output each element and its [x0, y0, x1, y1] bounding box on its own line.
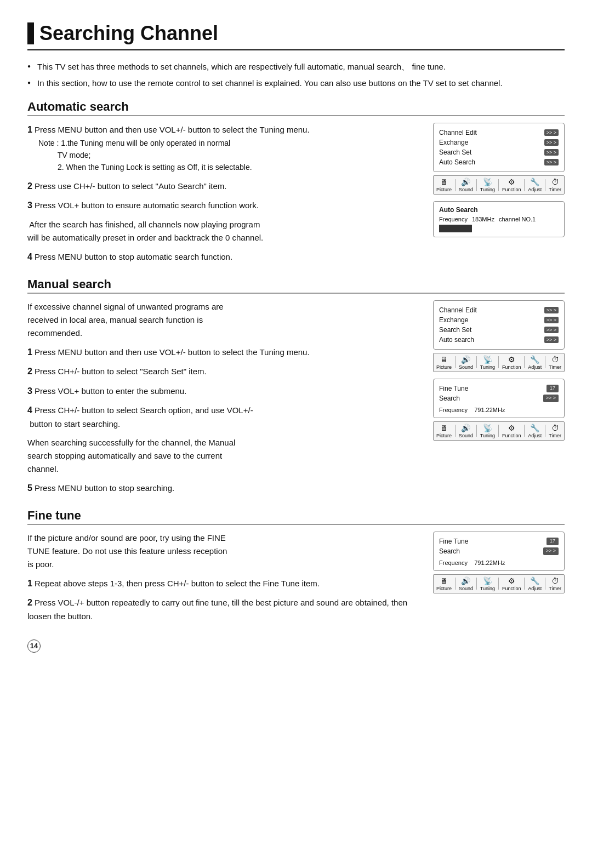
tab-adjust: 🔧 Adjust: [528, 178, 542, 192]
fine-tune-step-2: 2 Press VOL-/+ button repeatedly to carr…: [27, 596, 422, 623]
as-freq-label: Frequency: [439, 216, 468, 222]
manual-search-content: If excessive channel signal of unwanted …: [27, 300, 565, 501]
fine-tune-ui: Fine Tune 17 Search >> > Frequency 791.2…: [433, 532, 565, 629]
menu-label-channel-edit: Channel Edit: [439, 129, 477, 136]
manual-step-num-5: 5: [27, 483, 32, 493]
manual-menu-label-channel-edit: Channel Edit: [439, 306, 477, 314]
manual-menu-label-search-set: Search Set: [439, 326, 471, 334]
ft2-freq-row: Frequency 791.22MHz: [439, 559, 559, 566]
step-num-2: 2: [27, 181, 32, 191]
ft1-divider-1: [455, 425, 456, 437]
m-tab-adjust: 🔧 Adjust: [528, 355, 542, 370]
m-tab-adjust-label: Adjust: [528, 364, 542, 370]
manual-step-3: 3 Press VOL+ button to enter the submenu…: [27, 384, 422, 398]
menu-btn-channel-edit: >> >: [544, 129, 559, 136]
m-tab-tuning: 📡 Tuning: [480, 355, 495, 370]
as-title: Auto Search: [439, 206, 559, 214]
ft1-tab-sound: 🔊 Sound: [459, 424, 473, 438]
ft1-tab-picture: 🖥 Picture: [436, 424, 452, 438]
fine-tune-intro: If the picture and/or sound are poor, tr…: [27, 532, 422, 571]
ft2-tab-adjust-label: Adjust: [528, 586, 542, 591]
ft1-function-icon: ⚙: [508, 424, 515, 432]
ft-btn-search: >> >: [543, 395, 559, 402]
m-divider-2: [476, 356, 477, 368]
manual-menu-row-exchange: Exchange >> >: [439, 315, 559, 325]
ft2-tab-timer-label: Timer: [549, 586, 561, 591]
tab-sound: 🔊 Sound: [459, 178, 473, 192]
menu-btn-auto-search: >> >: [544, 159, 559, 165]
manual-menu-btn-channel-edit: >> >: [544, 307, 559, 313]
m-tab-function: ⚙ Function: [502, 355, 521, 370]
ft2-tab-picture: 🖥 Picture: [436, 576, 452, 591]
m-divider-1: [455, 356, 456, 368]
m-tab-sound: 🔊 Sound: [459, 355, 473, 370]
automatic-search-content: 1 Press MENU button and then use VOL+/- …: [27, 123, 565, 270]
tab-sound-label: Sound: [459, 187, 473, 192]
ft2-sound-icon: 🔊: [461, 576, 470, 585]
title-text: Searching Channel: [39, 22, 218, 45]
ft2-tab-tuning-label: Tuning: [480, 586, 495, 591]
step-num-4: 4: [27, 252, 32, 261]
as-freq-value: 183MHz: [472, 216, 494, 222]
page-number-area: 14: [27, 639, 565, 653]
ft2-row-fine-tune: Fine Tune 17: [439, 536, 559, 546]
manual-search-ui: Channel Edit >> > Exchange >> > Search S…: [433, 300, 565, 501]
tab-timer: ⏱ Timer: [549, 178, 561, 192]
m-adjust-icon: 🔧: [530, 355, 539, 364]
manual-menu-row-channel-edit: Channel Edit >> >: [439, 305, 559, 315]
manual-step-note: When searching successfully for the chan…: [27, 436, 422, 476]
tab-picture-label: Picture: [436, 187, 452, 192]
ft-value-fine-tune: 17: [547, 385, 559, 392]
timer-icon: ⏱: [551, 178, 559, 186]
m-tab-picture-label: Picture: [436, 364, 452, 370]
ft2-tab-picture-label: Picture: [436, 586, 452, 591]
m-picture-icon: 🖥: [440, 355, 448, 364]
intro-bullet-1: This TV set has three methods to set cha…: [27, 60, 565, 73]
tuning-icon: 📡: [483, 178, 492, 186]
ft1-divider-2: [476, 425, 477, 437]
manual-menu-row-search-set: Search Set >> >: [439, 325, 559, 335]
menu-row-auto-search: Auto Search >> >: [439, 157, 559, 167]
title-bar-decoration: [27, 22, 34, 44]
ft2-row-search: Search >> >: [439, 546, 559, 556]
m-function-icon: ⚙: [508, 355, 515, 364]
picture-icon: 🖥: [440, 178, 448, 186]
ft-row-fine-tune: Fine Tune 17: [439, 384, 559, 393]
ft2-label-fine-tune: Fine Tune: [439, 538, 468, 545]
menu-label-exchange: Exchange: [439, 139, 468, 146]
menu-row-exchange: Exchange >> >: [439, 138, 559, 147]
auto-step-note: After the search has finished, all chann…: [27, 218, 422, 244]
ft1-tab-sound-label: Sound: [459, 433, 473, 438]
auto-step-2: 2 Press use CH+/- button to select "Auto…: [27, 179, 422, 193]
ft2-divider-5: [545, 578, 545, 590]
tv-bottom-bar-1: 🖥 Picture 🔊 Sound 📡 Tuning ⚙ Function: [433, 175, 565, 195]
ft2-function-icon: ⚙: [508, 576, 515, 585]
ft1-tab-timer-label: Timer: [549, 433, 561, 438]
m-tab-timer-label: Timer: [549, 364, 561, 370]
manual-step-num-3: 3: [27, 386, 32, 396]
manual-menu-btn-search-set: >> >: [544, 327, 559, 333]
ft2-tab-sound: 🔊 Sound: [459, 576, 473, 591]
manual-menu-label-exchange: Exchange: [439, 316, 468, 324]
as-channel-label: channel NO.1: [499, 216, 536, 222]
ft1-sound-icon: 🔊: [461, 424, 470, 432]
manual-step-num-2: 2: [27, 367, 32, 376]
tv-bottom-bar-3: 🖥 Picture 🔊 Sound 📡 Tuning ⚙ Function: [433, 421, 565, 441]
ft1-tuning-icon: 📡: [483, 424, 492, 432]
menu-row-channel-edit: Channel Edit >> >: [439, 128, 559, 138]
ft1-tab-tuning-label: Tuning: [480, 433, 495, 438]
menu-label-auto-search: Auto Search: [439, 158, 475, 166]
m-tab-tuning-label: Tuning: [480, 364, 495, 370]
m-divider-5: [545, 356, 545, 368]
ft2-tuning-icon: 📡: [483, 576, 492, 585]
automatic-search-ui: Channel Edit >> > Exchange >> > Search S…: [433, 123, 565, 270]
fine-tune-step-1: 1 Repeat above steps 1-3, then press CH+…: [27, 576, 422, 591]
tab-adjust-label: Adjust: [528, 187, 542, 192]
ft2-tab-function-label: Function: [502, 586, 521, 591]
as-progress-bar: [439, 225, 472, 232]
ft2-tab-tuning: 📡 Tuning: [480, 576, 495, 591]
ft2-tab-function: ⚙ Function: [502, 576, 521, 591]
m-timer-icon: ⏱: [551, 355, 559, 364]
ft1-tab-picture-label: Picture: [436, 433, 452, 438]
ft1-divider-4: [524, 425, 525, 437]
